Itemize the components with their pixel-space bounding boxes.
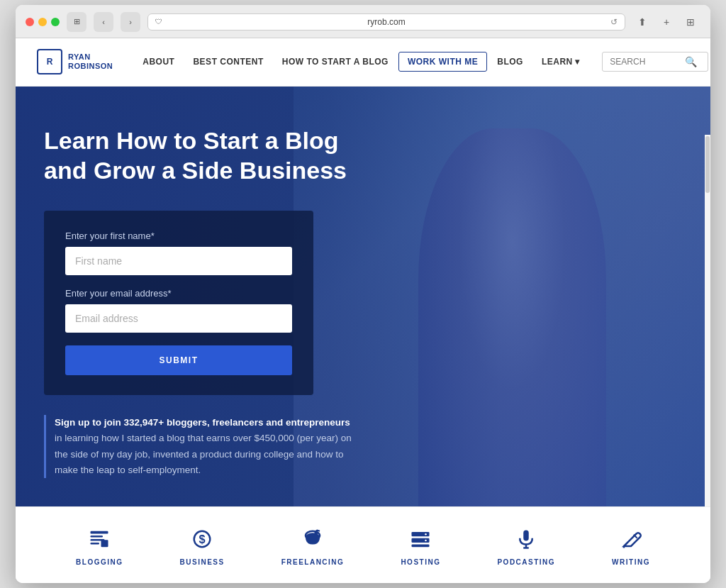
scroll-thumb[interactable] (705, 136, 710, 193)
category-business[interactable]: $ BUSINESS (152, 528, 253, 566)
category-freelancing[interactable]: FREELANCING (253, 528, 373, 566)
hero-title: Learn How to Start a Blogand Grow a Side… (44, 126, 356, 186)
svg-rect-0 (91, 531, 108, 534)
site-nav: ABOUT BEST CONTENT HOW TO START A BLOG W… (134, 52, 588, 72)
maximize-button[interactable] (51, 18, 60, 26)
grid-button[interactable]: ⊞ (681, 12, 700, 32)
nav-about[interactable]: ABOUT (134, 52, 183, 71)
search-icon[interactable]: 🔍 (685, 56, 697, 67)
writing-icon (620, 528, 642, 553)
hero-description-bold: Sign up to join 332,947+ bloggers, freel… (55, 417, 350, 428)
nav-learn[interactable]: LEARN ▾ (533, 52, 588, 71)
svg-rect-12 (412, 545, 430, 548)
nav-work-with-me[interactable]: WORK WITH ME (398, 52, 487, 72)
refresh-icon[interactable]: ↺ (610, 17, 618, 27)
hero-content: Learn How to Start a Blogand Grow a Side… (16, 87, 384, 506)
svg-rect-1 (91, 536, 104, 538)
category-business-label: BUSINESS (180, 558, 225, 566)
logo-icon: R (37, 49, 62, 74)
category-freelancing-label: FREELANCING (281, 558, 345, 566)
site-wrapper: R RYAN ROBINSON ABOUT BEST CONTENT HOW T… (16, 38, 710, 583)
category-writing[interactable]: WRITING (583, 528, 678, 566)
search-input[interactable] (610, 57, 681, 67)
nav-blog[interactable]: BLOG (488, 52, 532, 71)
signup-form: Enter your first name* Enter your email … (44, 211, 313, 395)
shield-icon: 🛡 (155, 18, 162, 26)
hero-description-rest: in learning how I started a blog that ea… (55, 433, 352, 475)
url-text: ryrob.com (167, 17, 606, 27)
submit-button[interactable]: SUBMIT (65, 345, 292, 375)
scrollbar[interactable] (705, 135, 710, 506)
svg-point-13 (425, 533, 428, 536)
svg-rect-15 (524, 531, 530, 541)
chevron-down-icon: ▾ (575, 57, 580, 67)
business-icon: $ (191, 528, 213, 553)
category-podcasting[interactable]: PODCASTING (469, 528, 583, 566)
minimize-button[interactable] (38, 18, 47, 26)
podcasting-icon (515, 528, 537, 553)
browser-window: ⊞ ‹ › 🛡 ryrob.com ↺ ⬆ + ⊞ R RYAN ROBINSO… (16, 5, 710, 583)
nav-how-to-start[interactable]: HOW TO START A BLOG (274, 52, 397, 71)
new-tab-button[interactable]: + (657, 12, 676, 32)
category-podcasting-label: PODCASTING (497, 558, 555, 566)
close-button[interactable] (26, 18, 34, 26)
browser-actions: ⬆ + ⊞ (632, 12, 700, 32)
category-hosting[interactable]: HOSTING (372, 528, 469, 566)
share-button[interactable]: ⬆ (632, 12, 652, 32)
hosting-icon (410, 528, 431, 553)
logo-text: RYAN ROBINSON (68, 52, 113, 71)
category-writing-label: WRITING (612, 558, 650, 566)
hero-section: Learn How to Start a Blogand Grow a Side… (16, 87, 710, 506)
category-blogging[interactable]: BLOGGING (48, 528, 151, 566)
hero-description: Sign up to join 332,947+ bloggers, freel… (44, 415, 356, 478)
svg-rect-4 (101, 540, 108, 547)
address-bar[interactable]: 🛡 ryrob.com ↺ (147, 13, 625, 30)
first-name-label: Enter your first name* (65, 231, 292, 241)
email-label: Enter your email address* (65, 288, 292, 299)
email-input[interactable] (65, 304, 292, 333)
category-hosting-label: HOSTING (401, 558, 440, 566)
logo-initials: R (47, 57, 53, 67)
browser-titlebar: ⊞ ‹ › 🛡 ryrob.com ↺ ⬆ + ⊞ (16, 5, 710, 38)
back-button[interactable]: ‹ (94, 12, 113, 32)
svg-text:$: $ (199, 533, 206, 545)
forward-button[interactable]: › (121, 12, 140, 32)
site-header: R RYAN ROBINSON ABOUT BEST CONTENT HOW T… (16, 38, 710, 87)
sidebar-toggle[interactable]: ⊞ (67, 12, 86, 32)
category-blogging-label: BLOGGING (76, 558, 123, 566)
freelancing-icon (302, 528, 323, 553)
svg-point-14 (425, 540, 428, 542)
logo[interactable]: R RYAN ROBINSON (37, 49, 113, 74)
categories-section: BLOGGING $ BUSINESS (16, 506, 710, 583)
search-bar[interactable]: 🔍 (602, 52, 708, 72)
blogging-icon (89, 528, 110, 553)
first-name-input[interactable] (65, 247, 292, 275)
window-controls (26, 18, 60, 26)
svg-rect-3 (91, 543, 100, 545)
nav-best-content[interactable]: BEST CONTENT (184, 52, 272, 71)
